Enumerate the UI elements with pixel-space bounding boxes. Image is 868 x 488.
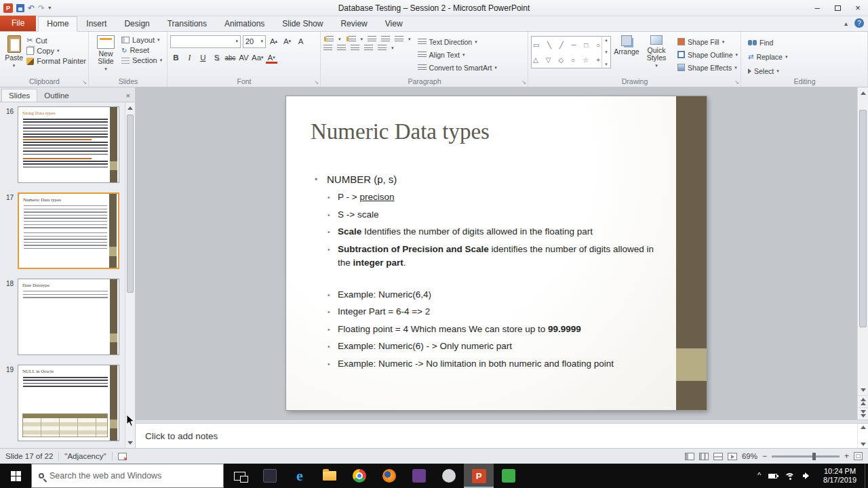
save-icon[interactable] (16, 4, 24, 12)
tab-file[interactable]: File (0, 16, 36, 31)
scroll-up-icon[interactable] (861, 426, 866, 429)
normal-view-icon[interactable] (685, 453, 694, 460)
replace-button[interactable]: ⇄Replace▾ (748, 51, 865, 62)
slide-18-thumbnail[interactable]: Date Datatype (18, 279, 119, 355)
align-left-icon[interactable] (323, 45, 332, 51)
tab-view[interactable]: View (376, 17, 412, 31)
taskbar-firefox[interactable] (374, 464, 404, 488)
close-button[interactable]: × (848, 0, 868, 16)
taskbar-edge[interactable]: e (285, 464, 315, 488)
slide-bullets[interactable]: •NUMBER (p, s)•P - > precison•S -> scale… (315, 172, 654, 374)
scroll-up-icon[interactable] (858, 87, 868, 98)
fit-to-window-icon[interactable] (854, 452, 863, 460)
taskbar-app-green[interactable] (494, 464, 524, 488)
tab-insert[interactable]: Insert (77, 17, 115, 31)
paste-button[interactable]: Paste ▾ (3, 34, 25, 77)
zoom-slider[interactable] (772, 455, 840, 458)
slide-19-thumbnail[interactable]: NULL in Oracle (18, 365, 119, 441)
italic-icon[interactable]: I (184, 52, 195, 64)
minimize-button[interactable]: – (807, 0, 827, 16)
decrease-indent-icon[interactable] (368, 36, 376, 42)
clear-formatting-icon[interactable]: A (295, 35, 307, 47)
help-icon[interactable]: ? (854, 18, 864, 28)
taskbar-app-gray[interactable] (434, 464, 464, 488)
columns-icon[interactable] (378, 45, 387, 51)
shape-fill-button[interactable]: Shape Fill▾ (677, 36, 738, 47)
panel-close-icon[interactable]: × (126, 92, 135, 102)
shape-outline-button[interactable]: Shape Outline▾ (677, 49, 738, 60)
scroll-down-icon[interactable] (861, 443, 866, 446)
tab-home[interactable]: Home (38, 16, 77, 32)
font-color-icon[interactable]: A▾ (266, 54, 277, 64)
bullets-icon[interactable] (326, 36, 334, 42)
numbering-icon[interactable] (349, 36, 356, 42)
quick-styles-button[interactable]: Quick Styles ▾ (642, 34, 671, 77)
zoom-out-icon[interactable]: − (762, 451, 767, 461)
scroll-up-icon[interactable] (125, 102, 135, 113)
previous-slide-button[interactable] (858, 395, 868, 407)
layout-button[interactable]: Layout▾ (121, 36, 162, 44)
paragraph-dialog-launcher-icon[interactable]: ↘ (521, 79, 526, 85)
undo-icon[interactable]: ↶ (28, 4, 35, 12)
reading-view-icon[interactable] (713, 453, 723, 460)
scrollbar-thumb[interactable] (127, 115, 134, 293)
cut-button[interactable]: ✂Cut (26, 36, 86, 45)
shrink-font-icon[interactable]: A▾ (281, 35, 293, 47)
new-slide-button[interactable]: New Slide ▾ (92, 34, 120, 77)
slide-17-thumbnail[interactable]: Numeric Data types (18, 192, 119, 269)
font-name-combobox[interactable]: ▾ (170, 35, 241, 48)
task-view-button[interactable] (224, 464, 255, 488)
shapes-gallery[interactable]: ▭╲╱─□○ △▽◇○☆+ ▴▾▾ (531, 36, 611, 68)
tab-slides-thumbnails[interactable]: Slides (1, 89, 37, 102)
font-size-combobox[interactable]: 20▾ (243, 35, 266, 48)
bold-icon[interactable]: B (170, 52, 182, 64)
powerpoint-app-icon[interactable]: P (3, 3, 13, 13)
slide-editor-canvas[interactable]: Numeric Data types •NUMBER (p, s)•P - > … (136, 87, 857, 420)
align-text-button[interactable]: Align Text▾ (418, 49, 497, 60)
increase-indent-icon[interactable] (381, 36, 390, 42)
battery-icon[interactable] (768, 474, 777, 479)
align-center-icon[interactable] (337, 45, 346, 51)
maximize-button[interactable] (827, 0, 848, 16)
search-input[interactable] (50, 471, 205, 481)
start-button[interactable] (0, 464, 31, 488)
taskbar-clock[interactable]: 10:24 PM 8/17/2019 (819, 467, 861, 485)
spellcheck-icon[interactable] (118, 453, 127, 460)
notes-scrollbar[interactable] (857, 424, 868, 448)
current-slide[interactable]: Numeric Data types •NUMBER (p, s)•P - > … (286, 96, 707, 410)
underline-icon[interactable]: U (197, 52, 209, 64)
align-right-icon[interactable] (351, 45, 359, 51)
select-button[interactable]: Select▾ (748, 65, 865, 77)
redo-icon[interactable]: ↷ (38, 4, 45, 12)
section-button[interactable]: Section▾ (121, 56, 162, 64)
taskbar-file-explorer[interactable] (315, 464, 344, 488)
reset-button[interactable]: ↻Reset (121, 46, 162, 54)
thumbnails-scrollbar[interactable] (125, 102, 135, 448)
scroll-down-icon[interactable] (125, 437, 135, 448)
justify-icon[interactable] (364, 45, 373, 51)
clipboard-dialog-launcher-icon[interactable]: ↘ (82, 79, 87, 85)
shape-effects-button[interactable]: Shape Effects▾ (677, 62, 738, 73)
taskbar-search[interactable] (31, 464, 224, 488)
grow-font-icon[interactable]: A▴ (268, 35, 279, 47)
tab-transitions[interactable]: Transitions (159, 17, 216, 31)
scroll-down-icon[interactable] (858, 384, 868, 395)
qat-dropdown-icon[interactable]: ▾ (48, 5, 51, 11)
tab-review[interactable]: Review (332, 17, 376, 31)
zoom-slider-thumb[interactable] (812, 453, 816, 460)
font-dialog-launcher-icon[interactable]: ↘ (314, 79, 319, 85)
drawing-dialog-launcher-icon[interactable]: ↘ (734, 79, 739, 85)
notes-pane[interactable]: Click to add notes (136, 424, 868, 448)
shapes-scroll[interactable]: ▴▾▾ (601, 37, 610, 68)
editor-scrollbar[interactable] (857, 87, 868, 420)
wifi-icon[interactable] (785, 472, 795, 480)
line-spacing-icon[interactable] (395, 36, 403, 42)
change-case-icon[interactable]: Aa▾ (252, 52, 264, 64)
convert-smartart-button[interactable]: Convert to SmartArt▾ (418, 62, 497, 73)
volume-icon[interactable] (803, 472, 812, 480)
tab-outline[interactable]: Outline (37, 89, 75, 102)
find-button[interactable]: Find (748, 37, 865, 48)
taskbar-chrome[interactable] (344, 464, 374, 488)
arrange-button[interactable]: Arrange (612, 34, 641, 77)
taskbar-powerpoint[interactable]: P (464, 464, 494, 488)
